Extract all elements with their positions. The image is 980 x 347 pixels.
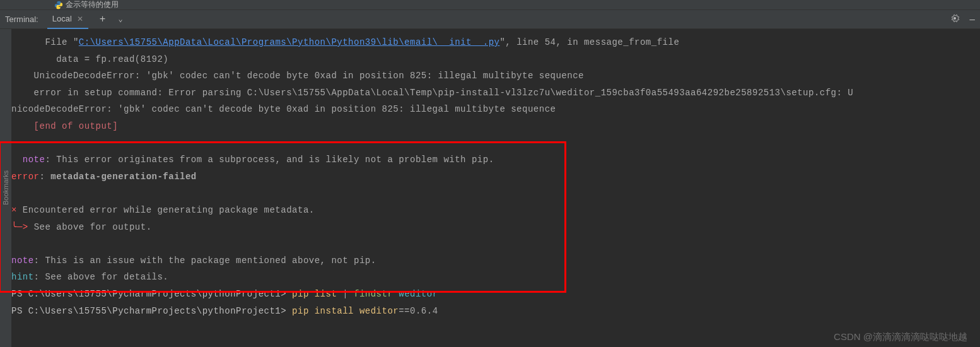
blank-line (11, 135, 969, 152)
minimize-icon[interactable]: — (970, 15, 975, 25)
blank-line (11, 185, 969, 202)
editor-tab-bar: 金示等待的使用 (0, 0, 980, 10)
end-output: [end of output] (11, 118, 969, 135)
terminal-header-actions: — (950, 13, 975, 26)
prompt-line: PS C:\Users\15755\PycharmProjects\python… (11, 303, 969, 320)
close-icon[interactable]: ✕ (77, 15, 83, 23)
file-tab[interactable]: 金示等待的使用 (54, 0, 119, 10)
gear-icon[interactable] (950, 13, 960, 26)
error-detail: × Encountered error while generating pac… (11, 202, 969, 219)
terminal-output[interactable]: File "C:\Users\15755\AppData\Local\Progr… (0, 29, 980, 324)
code-line: data = fp.read(8192) (11, 51, 969, 68)
error-line: nicodeDecodeError: 'gbk' codec can't dec… (11, 101, 969, 118)
error-line: UnicodeDecodeError: 'gbk' codec can't de… (11, 68, 969, 85)
traceback-line: File "C:\Users\15755\AppData\Local\Progr… (11, 34, 969, 51)
new-terminal-icon[interactable]: + (100, 14, 106, 25)
python-icon (54, 1, 63, 9)
blank-line (11, 235, 969, 252)
hint-line: hint: See above for details. (11, 269, 969, 286)
note-line: note: This is an issue with the package … (11, 252, 969, 269)
note-line: note: This error originates from a subpr… (11, 151, 969, 168)
terminal-tab-local[interactable]: Local ✕ (47, 10, 88, 29)
error-line: error in setup command: Error parsing C:… (11, 85, 969, 102)
file-tab-label: 金示等待的使用 (66, 0, 119, 10)
terminal-label: Terminal: (5, 15, 38, 24)
terminal-tab-label: Local (52, 14, 72, 23)
prompt-line: PS C:\Users\15755\PycharmProjects\python… (11, 286, 969, 303)
file-link[interactable]: C:\Users\15755\AppData\Local\Programs\Py… (79, 37, 500, 47)
terminal-header: Terminal: Local ✕ + ⌄ — (0, 10, 980, 29)
watermark: CSDN @滴滴滴滴滴哒哒哒地越 (834, 331, 967, 343)
error-detail: ╰─> See above for output. (11, 219, 969, 236)
error-summary: error: metadata-generation-failed (11, 168, 969, 185)
chevron-down-icon[interactable]: ⌄ (118, 15, 122, 24)
